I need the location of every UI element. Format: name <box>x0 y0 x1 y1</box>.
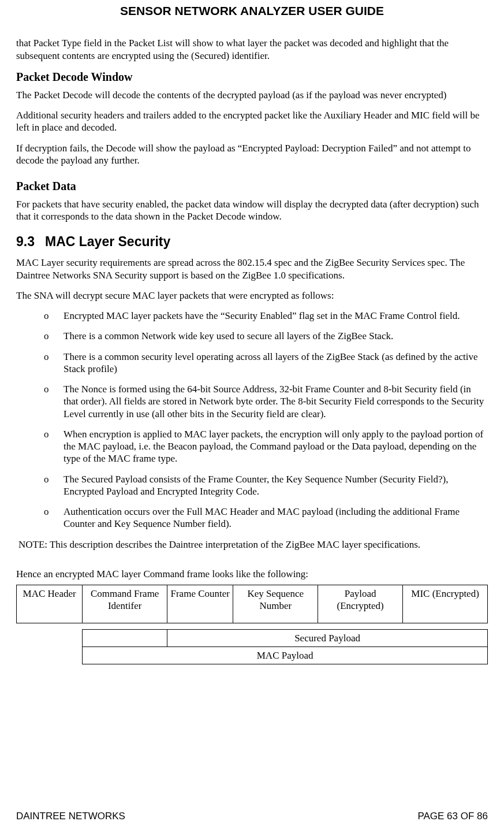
cell-payload-enc: Payload (Encrypted) <box>318 585 403 623</box>
table-row: MAC Header Command Frame Identifer Frame… <box>17 585 488 623</box>
s93-bullet-list: Encrypted MAC layer packets have the “Se… <box>16 310 488 530</box>
cell-secured-payload: Secured Payload <box>167 629 488 646</box>
mac-frame-table: MAC Header Command Frame Identifer Frame… <box>16 585 488 664</box>
table-row: MAC Payload <box>17 646 488 664</box>
cell-key-seq: Key Sequence Number <box>233 585 318 623</box>
cell-mic-enc: MIC (Encrypted) <box>403 585 488 623</box>
table-spacer <box>17 623 488 629</box>
page-footer: DAINTREE NETWORKS PAGE 63 OF 86 <box>16 810 488 822</box>
page: SENSOR NETWORK ANALYZER USER GUIDE that … <box>0 0 504 836</box>
cell-frame-counter: Frame Counter <box>167 585 233 623</box>
pd-paragraph-1: For packets that have security enabled, … <box>16 198 488 223</box>
cell-mac-payload: MAC Payload <box>83 646 488 664</box>
cell-empty <box>17 646 83 664</box>
heading-packet-data: Packet Data <box>16 179 488 194</box>
heading-packet-decode-window: Packet Decode Window <box>16 70 488 84</box>
s93-paragraph-2: The SNA will decrypt secure MAC layer pa… <box>16 289 488 302</box>
list-item: There is a common Network wide key used … <box>44 330 488 342</box>
cell-mac-header: MAC Header <box>17 585 83 623</box>
intro-paragraph: that Packet Type field in the Packet Lis… <box>16 37 488 62</box>
s93-note: NOTE: This description describes the Dai… <box>18 538 488 551</box>
heading-9-3: 9.3MAC Layer Security <box>16 233 488 250</box>
list-item: The Nonce is formed using the 64-bit Sou… <box>44 383 488 420</box>
footer-left: DAINTREE NETWORKS <box>16 810 125 822</box>
s93-table-leadin: Hence an encrypted MAC layer Command fra… <box>16 568 488 580</box>
table-row: Secured Payload <box>17 629 488 646</box>
heading-number: 9.3 <box>16 233 35 250</box>
list-item: When encryption is applied to MAC layer … <box>44 428 488 465</box>
document-title: SENSOR NETWORK ANALYZER USER GUIDE <box>16 0 488 37</box>
pdw-paragraph-2: Additional security headers and trailers… <box>16 109 488 134</box>
pdw-paragraph-3: If decryption fails, the Decode will sho… <box>16 142 488 167</box>
heading-title: MAC Layer Security <box>45 234 170 249</box>
s93-paragraph-1: MAC Layer security requirements are spre… <box>16 257 488 281</box>
list-item: Authentication occurs over the Full MAC … <box>44 506 488 530</box>
list-item: The Secured Payload consists of the Fram… <box>44 473 488 498</box>
list-item: There is a common security level operati… <box>44 351 488 376</box>
cell-empty <box>83 629 167 646</box>
footer-right: PAGE 63 OF 86 <box>417 810 488 822</box>
cell-command-fid: Command Frame Identifer <box>83 585 167 623</box>
list-item: Encrypted MAC layer packets have the “Se… <box>44 310 488 322</box>
pdw-paragraph-1: The Packet Decode will decode the conten… <box>16 89 488 101</box>
cell-empty <box>17 629 83 646</box>
